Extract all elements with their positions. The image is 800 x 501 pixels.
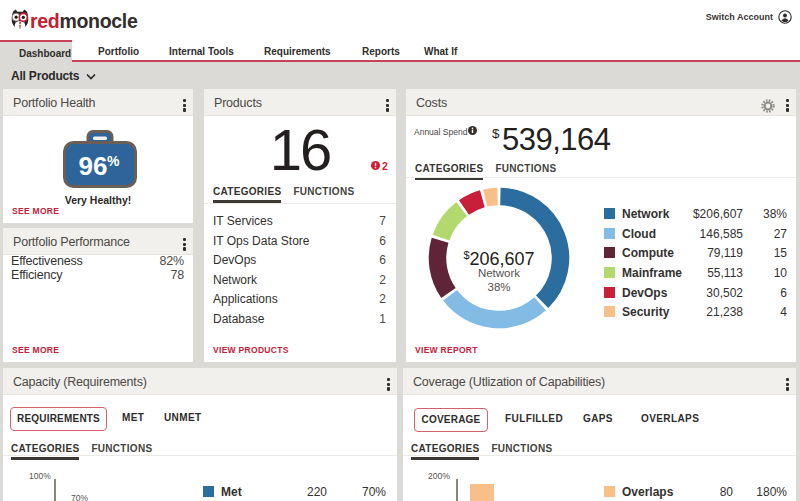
svg-text:96: 96 <box>79 151 108 181</box>
svg-text:%: % <box>107 153 120 169</box>
